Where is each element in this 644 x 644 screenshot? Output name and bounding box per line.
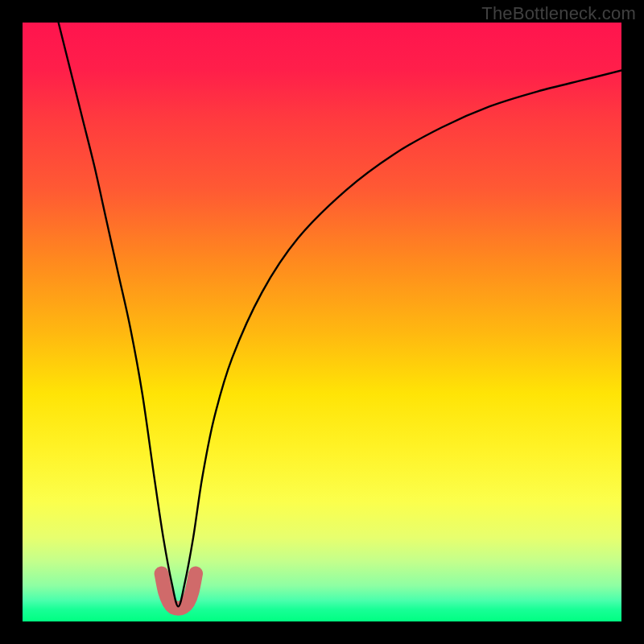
- curve-layer: [23, 23, 621, 621]
- watermark-text: TheBottleneck.com: [481, 3, 636, 24]
- bottleneck-curve-path: [59, 23, 621, 606]
- plot-area: [23, 23, 621, 621]
- highlight-u-path: [162, 573, 196, 608]
- chart-stage: TheBottleneck.com: [0, 0, 644, 644]
